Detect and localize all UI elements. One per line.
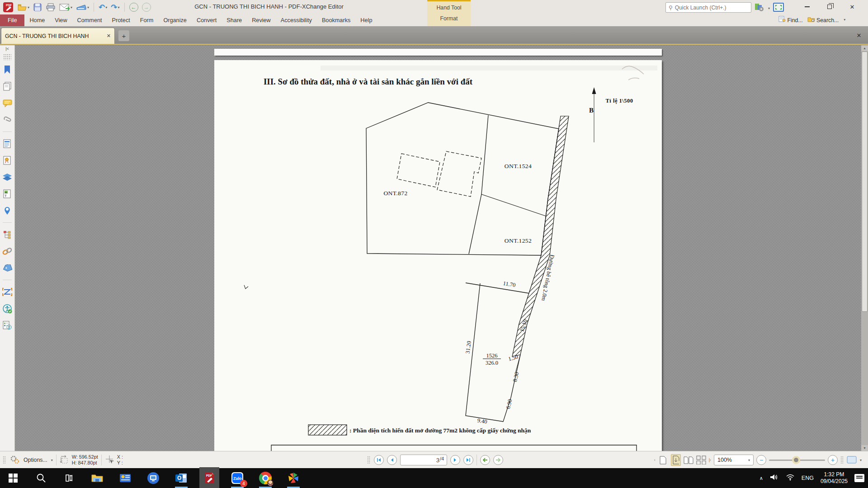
remote-app-icon[interactable] <box>146 470 160 486</box>
undo-button[interactable]: ↶▾ <box>98 1 108 13</box>
outlook-icon[interactable]: O <box>174 470 189 486</box>
pagenav-drag-handle[interactable] <box>367 456 371 464</box>
document-view[interactable]: III. Sơ đồ thửa đất, nhà ở và tài sản kh… <box>15 45 861 451</box>
history-back-button[interactable]: ← <box>128 1 139 13</box>
restore-button[interactable] <box>818 1 841 13</box>
first-page-button[interactable] <box>374 455 384 465</box>
photos-app-icon[interactable] <box>286 470 301 486</box>
zoom-group-collapse-icon[interactable]: |‹ <box>709 458 711 462</box>
menu-organize[interactable]: Organize <box>158 14 191 26</box>
task-view-icon[interactable] <box>62 470 76 486</box>
quick-launch-box[interactable]: ⚲ <box>665 2 751 13</box>
scan-caret-icon[interactable]: ▾ <box>87 5 89 9</box>
zoom-in-button[interactable]: + <box>828 455 838 465</box>
vertical-scrollbar[interactable]: ▲ ▼ <box>861 45 868 451</box>
tray-clock[interactable]: 1:32 PM 09/04/2025 <box>821 471 848 485</box>
email-caret-icon[interactable]: ▾ <box>71 5 72 9</box>
single-page-view-button[interactable] <box>658 454 668 466</box>
layers-panel-icon[interactable] <box>2 172 12 182</box>
history-forward-button[interactable]: → <box>141 1 152 13</box>
open-button[interactable]: ▾ <box>16 1 30 13</box>
scroll-up-icon[interactable]: ▲ <box>861 45 868 51</box>
close-document-button[interactable]: ✕ <box>854 30 864 40</box>
fields-panel-icon[interactable] <box>2 139 12 149</box>
file-explorer-icon[interactable] <box>90 470 104 486</box>
scrollbar-thumb[interactable] <box>862 52 868 312</box>
menu-accessibility[interactable]: Accessibility <box>276 14 317 26</box>
comments-panel-icon[interactable] <box>2 98 12 108</box>
fullscreen-icon[interactable] <box>773 2 784 14</box>
continuous-view-button[interactable] <box>671 454 681 466</box>
start-button[interactable] <box>6 470 20 486</box>
find-button[interactable]: Find... <box>778 16 803 23</box>
scan-button[interactable]: ▾ <box>75 1 90 13</box>
close-button[interactable]: ✕ <box>841 1 863 13</box>
menu-bookmarks[interactable]: Bookmarks <box>317 14 355 26</box>
action-center-icon[interactable] <box>854 474 864 482</box>
fit-options-caret-icon[interactable]: ▾ <box>860 458 862 462</box>
print-button[interactable] <box>45 1 57 13</box>
collapse-panel-button[interactable]: |< <box>0 47 14 53</box>
save-button[interactable] <box>32 1 43 13</box>
last-page-button[interactable] <box>463 455 473 465</box>
settings-app-icon[interactable] <box>118 470 132 486</box>
input-language[interactable]: ENG <box>802 475 814 481</box>
multi-page-view-button[interactable] <box>696 454 706 466</box>
accessibility-tags-panel-icon[interactable] <box>2 320 12 330</box>
layout-group-chevron-icon[interactable]: ‹ <box>654 458 656 462</box>
ui-theme-icon[interactable] <box>754 2 765 14</box>
bookmarks-panel-icon[interactable] <box>2 65 12 75</box>
thumbnails-panel-icon[interactable] <box>2 81 12 91</box>
accessibility-check-panel-icon[interactable] <box>2 304 12 314</box>
redo-button[interactable]: ↷▾ <box>110 1 120 13</box>
minimize-button[interactable] <box>796 1 818 13</box>
previous-page-button[interactable] <box>387 455 397 465</box>
quick-launch-input[interactable] <box>675 5 747 11</box>
next-page-button[interactable] <box>450 455 460 465</box>
content-order-panel-icon[interactable] <box>2 287 12 297</box>
menu-protect[interactable]: Protect <box>107 14 135 26</box>
format-tab[interactable]: Format <box>427 15 471 22</box>
two-page-view-button[interactable] <box>684 454 693 466</box>
structure-panel-icon[interactable] <box>2 230 12 239</box>
menu-convert[interactable]: Convert <box>192 14 222 26</box>
menu-view[interactable]: View <box>50 14 72 26</box>
destinations-panel-icon[interactable] <box>2 206 12 216</box>
tags-panel-icon[interactable] <box>2 263 12 273</box>
volume-icon[interactable] <box>770 474 779 483</box>
zoom-level-select[interactable]: 100% ▾ <box>714 455 754 465</box>
panel-drag-handle[interactable] <box>3 54 11 60</box>
menu-share[interactable]: Share <box>222 14 247 26</box>
open-caret-icon[interactable]: ▾ <box>28 5 29 9</box>
links-panel-icon[interactable] <box>2 246 12 256</box>
chrome-icon[interactable] <box>258 470 273 486</box>
theme-caret-icon[interactable]: ▾ <box>768 6 770 10</box>
menu-home[interactable]: Home <box>24 14 50 26</box>
view-back-button[interactable] <box>480 455 490 465</box>
tab-gcn-document[interactable]: GCN - TRUONG THI BICH HANH ✕ <box>1 28 115 44</box>
menu-comment[interactable]: Comment <box>72 14 107 26</box>
signatures-panel-icon[interactable] <box>2 155 12 165</box>
attachments-panel-icon[interactable] <box>2 115 12 125</box>
zoom-slider[interactable] <box>769 460 825 461</box>
taskbar-search-icon[interactable] <box>34 470 48 486</box>
fit-page-icon[interactable] <box>847 456 857 465</box>
wifi-icon[interactable] <box>786 474 795 483</box>
menu-file[interactable]: File <box>0 14 24 26</box>
hand-tool-format-tab[interactable]: Hand Tool Format <box>427 0 471 26</box>
scroll-down-icon[interactable]: ▼ <box>861 445 868 451</box>
search-button[interactable]: Search... <box>807 16 839 23</box>
options-caret-icon[interactable]: ▾ <box>51 458 53 462</box>
toolbar-options-caret-icon[interactable]: ▾ <box>844 18 845 22</box>
menu-form[interactable]: Form <box>135 14 159 26</box>
zoom-slider-knob[interactable] <box>792 456 800 464</box>
view-forward-button[interactable] <box>493 455 503 465</box>
tab-close-icon[interactable]: ✕ <box>107 33 111 39</box>
menu-review[interactable]: Review <box>247 14 276 26</box>
zoom-out-button[interactable]: − <box>756 455 766 465</box>
menu-help[interactable]: Help <box>355 14 377 26</box>
pdf-xchange-taskbar-icon[interactable]: PDF <box>202 470 217 486</box>
fit-group-handle[interactable] <box>840 456 844 464</box>
content-panel-icon[interactable]: T <box>2 189 12 199</box>
new-tab-button[interactable]: + <box>118 30 129 41</box>
